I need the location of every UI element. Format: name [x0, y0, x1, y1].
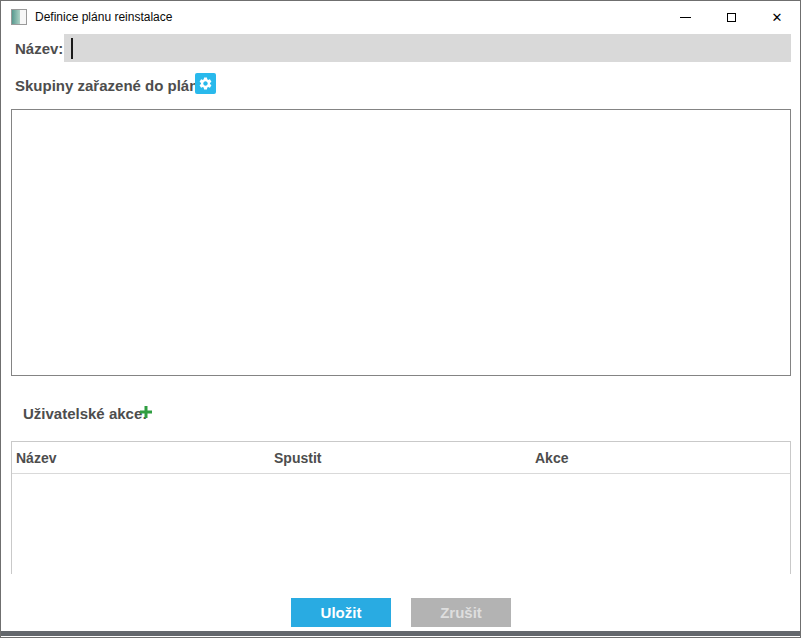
bottom-bar	[1, 631, 800, 636]
column-header-spustit[interactable]: Spustit	[274, 450, 321, 466]
add-action-button[interactable]	[137, 403, 155, 421]
titlebar[interactable]: Definice plánu reinstalace ✕	[1, 1, 800, 33]
name-input[interactable]	[64, 34, 791, 62]
actions-table-header: Název Spustit Akce	[12, 442, 790, 474]
gear-icon	[198, 76, 213, 91]
save-button[interactable]: Uložit	[291, 598, 391, 627]
groups-settings-button[interactable]	[195, 73, 216, 94]
minimize-button[interactable]	[662, 1, 708, 33]
dialog-window: Definice plánu reinstalace ✕ Název: Skup…	[0, 0, 801, 638]
column-header-akce[interactable]: Akce	[535, 450, 568, 466]
maximize-button[interactable]	[708, 1, 754, 33]
maximize-icon	[727, 13, 736, 22]
actions-table-body	[12, 474, 790, 574]
minimize-icon	[680, 17, 691, 18]
groups-label: Skupiny zařazené do plánu:	[15, 77, 213, 94]
user-actions-label: Uživatelské akce:	[23, 405, 147, 422]
column-header-nazev[interactable]: Název	[16, 450, 56, 466]
groups-listbox[interactable]	[11, 109, 791, 376]
text-caret	[71, 38, 73, 59]
window-title: Definice plánu reinstalace	[35, 10, 172, 24]
close-button[interactable]: ✕	[754, 1, 800, 33]
name-label: Název:	[15, 40, 63, 57]
actions-table: Název Spustit Akce	[11, 441, 791, 574]
plus-icon	[137, 403, 155, 421]
close-icon: ✕	[772, 11, 783, 24]
app-icon	[11, 9, 27, 25]
cancel-button[interactable]: Zrušit	[411, 598, 511, 627]
